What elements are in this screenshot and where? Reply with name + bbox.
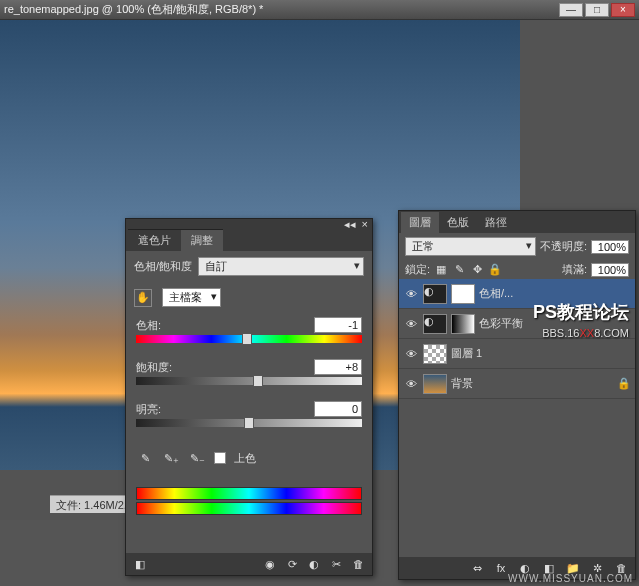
tab-paths[interactable]: 路徑: [477, 212, 515, 233]
channel-select[interactable]: 主檔案: [162, 288, 221, 307]
saturation-slider-thumb[interactable]: [253, 375, 263, 387]
hue-label: 色相:: [136, 318, 161, 333]
colorize-label: 上色: [234, 451, 256, 466]
saturation-slider-group: 飽和度:: [126, 355, 372, 397]
tab-layers[interactable]: 圖層: [401, 212, 439, 233]
colorize-checkbox[interactable]: [214, 452, 226, 464]
lock-position-icon[interactable]: ✥: [470, 263, 484, 277]
hue-slider-group: 色相:: [126, 313, 372, 355]
adjustments-tabs: 遮色片 調整: [126, 229, 372, 251]
output-color-bar[interactable]: [136, 502, 362, 515]
hue-slider-thumb[interactable]: [242, 333, 252, 345]
clip-icon[interactable]: ◐: [306, 556, 322, 572]
hue-slider[interactable]: [136, 335, 362, 343]
fill-label: 填滿:: [562, 262, 587, 277]
delete-icon[interactable]: 🗑: [350, 556, 366, 572]
lightness-label: 明亮:: [136, 402, 161, 417]
lock-icon: 🔒: [617, 377, 631, 390]
lightness-input[interactable]: [314, 401, 362, 417]
layers-tabs: 圖層 色版 路徑: [399, 211, 635, 233]
lock-all-icon[interactable]: 🔒: [488, 263, 502, 277]
adjustment-thumb[interactable]: ◐: [423, 284, 447, 304]
layer-row[interactable]: 👁 圖層 1: [399, 339, 635, 369]
fx-icon[interactable]: fx: [493, 560, 509, 576]
layer-thumb[interactable]: [423, 344, 447, 364]
opacity-input[interactable]: [591, 240, 629, 254]
targeted-adjustment-icon[interactable]: ✋: [134, 289, 152, 307]
hue-input[interactable]: [314, 317, 362, 333]
visibility-icon[interactable]: 👁: [403, 378, 419, 390]
preset-row: ✋ 主檔案: [126, 282, 372, 313]
watermark-part: 8.COM: [594, 327, 629, 339]
adjustment-type-row: 色相/飽和度 自訂: [126, 251, 372, 282]
colorize-row: ✎ ✎₊ ✎₋ 上色: [126, 439, 372, 477]
layer-row[interactable]: 👁 背景 🔒: [399, 369, 635, 399]
layer-name[interactable]: 圖層 1: [451, 346, 631, 361]
reset-icon[interactable]: ⟳: [284, 556, 300, 572]
visibility-icon[interactable]: 👁: [403, 348, 419, 360]
toggle-visibility-icon[interactable]: ✂: [328, 556, 344, 572]
tab-channels[interactable]: 色版: [439, 212, 477, 233]
visibility-icon[interactable]: 👁: [403, 318, 419, 330]
layer-name[interactable]: 背景: [451, 376, 613, 391]
watermark-part: BBS.16: [542, 327, 579, 339]
tab-adjust[interactable]: 調整: [181, 229, 223, 251]
layers-panel: 圖層 色版 路徑 正常 不透明度: 鎖定: ▦ ✎ ✥ 🔒 填滿: 👁 ◐ 色相…: [398, 210, 636, 580]
eyedropper-subtract-icon[interactable]: ✎₋: [188, 449, 206, 467]
saturation-slider[interactable]: [136, 377, 362, 385]
lock-label: 鎖定:: [405, 262, 430, 277]
watermark-title: PS教程论坛: [533, 300, 629, 324]
adjustments-footer: ◧ ◉ ⟳ ◐ ✂ 🗑: [126, 553, 372, 575]
blend-mode-select[interactable]: 正常: [405, 237, 536, 256]
lightness-slider-thumb[interactable]: [244, 417, 254, 429]
window-titlebar: re_tonemapped.jpg @ 100% (色相/飽和度, RGB/8*…: [0, 0, 639, 20]
eyedropper-add-icon[interactable]: ✎₊: [162, 449, 180, 467]
view-previous-icon[interactable]: ◉: [262, 556, 278, 572]
layer-thumb[interactable]: [423, 374, 447, 394]
tab-mask[interactable]: 遮色片: [128, 229, 181, 251]
watermark-url: BBS.16XX8.COM: [542, 324, 629, 340]
panel-close-icon[interactable]: ×: [362, 218, 368, 230]
panel-collapse-bar: ◂◂ ×: [126, 219, 372, 229]
layer-options-row: 正常 不透明度:: [399, 233, 635, 260]
fill-input[interactable]: [591, 263, 629, 277]
link-icon[interactable]: ⇔: [469, 560, 485, 576]
collapse-icon[interactable]: ◂◂: [344, 218, 356, 231]
watermark-part: XX: [579, 327, 594, 339]
lock-pixels-icon[interactable]: ✎: [452, 263, 466, 277]
toggle-icon[interactable]: ◧: [132, 556, 148, 572]
layer-mask-thumb[interactable]: [451, 314, 475, 334]
visibility-icon[interactable]: 👁: [403, 288, 419, 300]
watermark-footer: WWW.MISSYUAN.COM: [508, 573, 633, 584]
close-button[interactable]: ×: [611, 3, 635, 17]
layer-mask-thumb[interactable]: [451, 284, 475, 304]
layer-lock-row: 鎖定: ▦ ✎ ✥ 🔒 填滿:: [399, 260, 635, 279]
maximize-button[interactable]: □: [585, 3, 609, 17]
input-color-bar[interactable]: [136, 487, 362, 500]
saturation-input[interactable]: [314, 359, 362, 375]
eyedropper-icon[interactable]: ✎: [136, 449, 154, 467]
layer-name[interactable]: 色相/...: [479, 286, 631, 301]
lock-transparency-icon[interactable]: ▦: [434, 263, 448, 277]
lightness-slider[interactable]: [136, 419, 362, 427]
saturation-label: 飽和度:: [136, 360, 172, 375]
preset-select[interactable]: 自訂: [198, 257, 364, 276]
adjustments-panel: ◂◂ × 遮色片 調整 色相/飽和度 自訂 ✋ 主檔案 色相: 飽和度:: [125, 218, 373, 576]
minimize-button[interactable]: —: [559, 3, 583, 17]
opacity-label: 不透明度:: [540, 239, 587, 254]
lightness-slider-group: 明亮:: [126, 397, 372, 439]
adjustment-thumb[interactable]: ◐: [423, 314, 447, 334]
adjustment-type-label: 色相/飽和度: [134, 259, 192, 274]
window-title: re_tonemapped.jpg @ 100% (色相/飽和度, RGB/8*…: [4, 2, 557, 17]
color-range-bars: [136, 487, 362, 515]
